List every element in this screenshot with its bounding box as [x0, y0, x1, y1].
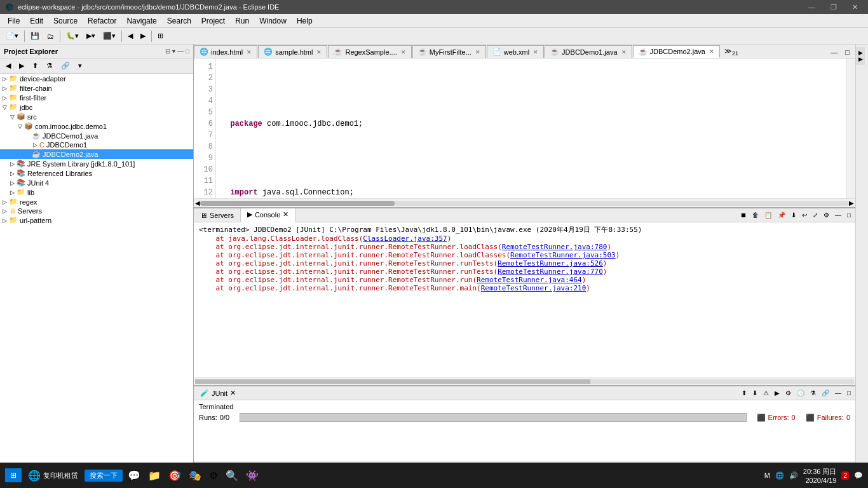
- tab-servers[interactable]: 🖥 Servers: [194, 208, 241, 222]
- junit-error-btn[interactable]: ⚠: [761, 389, 771, 397]
- console-link-rtr-780[interactable]: RemoteTestRunner.java:780: [502, 243, 607, 251]
- pe-up-btn[interactable]: ⬆: [29, 60, 41, 72]
- menu-refactor[interactable]: Refactor: [83, 15, 121, 27]
- console-link-classloader[interactable]: ClassLoader.java:357: [363, 234, 447, 243]
- pe-view-menu-btn[interactable]: ▾: [75, 60, 85, 72]
- console-link-rtr-210[interactable]: RemoteTestRunner.java:210: [481, 284, 587, 292]
- tab-junit[interactable]: 🧪 JUnit ✕: [194, 388, 242, 398]
- menu-edit[interactable]: Edit: [25, 15, 48, 27]
- console-expand-btn[interactable]: ⤢: [811, 211, 820, 219]
- menu-project[interactable]: Project: [196, 15, 230, 27]
- tab-close-regex-sample[interactable]: ✕: [401, 49, 406, 55]
- tab-close-my-first-filter[interactable]: ✕: [475, 49, 480, 55]
- toolbar-run[interactable]: ▶▾: [83, 30, 98, 42]
- junit-maximize-btn[interactable]: □: [845, 389, 853, 397]
- console-link-rtr-503[interactable]: RemoteTestRunner.java:503: [510, 251, 616, 259]
- console-h-scrollbar[interactable]: [194, 377, 855, 385]
- taskbar-app1[interactable]: 🎯: [166, 468, 184, 483]
- tree-item-filter-chain[interactable]: ▷ 📁 filter-chain: [0, 83, 193, 93]
- menu-navigate[interactable]: Navigate: [121, 15, 161, 27]
- right-strip-btn[interactable]: ▶▶: [856, 47, 865, 65]
- toolbar-fwd[interactable]: ▶: [137, 30, 149, 42]
- console-settings-btn[interactable]: ⚙: [822, 211, 831, 219]
- maximize-button[interactable]: ❐: [825, 3, 842, 11]
- toolbar-new[interactable]: 📄▾: [3, 30, 22, 42]
- editor-vertical-scrollbar[interactable]: [846, 58, 855, 198]
- junit-link-btn[interactable]: 🔗: [820, 389, 831, 397]
- junit-prev-btn[interactable]: ⬆: [740, 389, 749, 397]
- console-copy-btn[interactable]: 📋: [763, 211, 774, 219]
- tab-jdbcdemo2[interactable]: ☕ JDBCDemo2.java ✕: [633, 45, 720, 58]
- tree-item-device-adapter[interactable]: ▷ 📁 device-adapter: [0, 74, 193, 83]
- tree-item-jdbcdemo1-class[interactable]: ▷ C JDBCDemo1: [0, 140, 193, 149]
- pe-collapse-btn[interactable]: ⊟: [165, 48, 170, 55]
- console-pin-btn[interactable]: 📌: [776, 211, 787, 219]
- tab-close-index-html[interactable]: ✕: [247, 49, 252, 55]
- console-stop-btn[interactable]: ⏹: [738, 211, 749, 219]
- pe-minimize-btn[interactable]: —: [177, 48, 184, 55]
- console-wordwrap-btn[interactable]: ↩: [800, 211, 809, 219]
- taskbar-app3[interactable]: 👾: [243, 468, 261, 483]
- code-editor[interactable]: 1 2 3 4 5 6 7 8 9 10 11 12 13 14 15 16 1…: [194, 58, 855, 198]
- toolbar-perspective[interactable]: ⊞: [154, 30, 166, 42]
- tree-item-referenced-libraries[interactable]: ▷ 📚 Referenced Libraries: [0, 168, 193, 178]
- taskbar-explorer[interactable]: 📁: [146, 468, 163, 483]
- menu-file[interactable]: File: [3, 15, 25, 27]
- console-link-rtr-526[interactable]: RemoteTestRunner.java:526: [498, 259, 603, 268]
- tree-item-jdbcdemo2-java[interactable]: ☕ JDBCDemo2.java: [0, 149, 193, 159]
- tree-item-regex[interactable]: ▷ 📁 regex: [0, 197, 193, 207]
- tree-item-servers[interactable]: ▷ 🖥 Servers: [0, 207, 193, 215]
- tab-regex-sample[interactable]: ☕ RegexSample.... ✕: [328, 45, 411, 58]
- tree-item-package[interactable]: ▽ 📦 com.imooc.jdbc.demo1: [0, 121, 193, 131]
- editor-minimize-btn[interactable]: —: [827, 46, 841, 58]
- tree-item-junit4[interactable]: ▷ 📚 JUnit 4: [0, 178, 193, 187]
- taskbar-notification-badge[interactable]: 2: [841, 471, 849, 480]
- pe-maximize-btn[interactable]: □: [186, 48, 189, 55]
- junit-history-btn[interactable]: 🕒: [795, 389, 806, 397]
- start-button[interactable]: ⊞: [5, 468, 22, 482]
- tab-jdbcdemo1[interactable]: ☕ JDBCDemo1.java ✕: [545, 45, 632, 58]
- code-content-area[interactable]: package com.imooc.jdbc.demo1; import jav…: [216, 58, 846, 198]
- tree-item-url-pattern[interactable]: ▷ 📁 url-pattern: [0, 215, 193, 225]
- console-tab-close[interactable]: ✕: [283, 210, 288, 219]
- junit-tab-close[interactable]: ✕: [230, 389, 236, 397]
- menu-source[interactable]: Source: [48, 15, 83, 27]
- taskbar-app2[interactable]: 🎭: [186, 468, 204, 483]
- tree-item-jre[interactable]: ▷ 📚 JRE System Library [jdk1.8.0_101]: [0, 159, 193, 168]
- junit-next-btn[interactable]: ⬇: [750, 389, 759, 397]
- taskbar-settings[interactable]: ⚙: [207, 468, 220, 483]
- console-clear-btn[interactable]: 🗑: [750, 211, 761, 219]
- pe-back-btn[interactable]: ◀: [3, 60, 14, 72]
- tab-index-html[interactable]: 🌐 index.html ✕: [194, 45, 257, 58]
- pe-link-btn[interactable]: 🔗: [58, 60, 73, 72]
- pe-fwd-btn[interactable]: ▶: [16, 60, 27, 72]
- console-link-rtr-770[interactable]: RemoteTestRunner.java:770: [498, 268, 603, 276]
- taskbar-search2[interactable]: 🔍: [223, 468, 241, 483]
- minimize-button[interactable]: —: [803, 3, 820, 11]
- menu-help[interactable]: Help: [292, 15, 318, 27]
- toolbar-save-all[interactable]: 🗂: [44, 30, 57, 42]
- tab-close-jdbcdemo2[interactable]: ✕: [709, 48, 714, 55]
- tab-close-sample-html[interactable]: ✕: [316, 49, 322, 55]
- tab-overflow-btn[interactable]: ≫21: [721, 46, 742, 58]
- editor-horizontal-scrollbar[interactable]: ◀ ▶: [194, 198, 855, 207]
- junit-rerun-btn[interactable]: ▶: [773, 389, 782, 397]
- close-button[interactable]: ✕: [847, 3, 863, 11]
- menu-search[interactable]: Search: [162, 15, 196, 27]
- taskbar-wechat[interactable]: 💬: [125, 468, 143, 483]
- scroll-right-btn[interactable]: ▶: [849, 200, 854, 207]
- console-scroll-btn[interactable]: ⬇: [789, 211, 798, 219]
- tree-item-lib[interactable]: ▷ 📁 lib: [0, 187, 193, 197]
- junit-minimize-btn[interactable]: —: [833, 389, 843, 397]
- console-maximize-btn[interactable]: □: [845, 211, 853, 219]
- taskbar-action-center[interactable]: 💬: [854, 471, 863, 480]
- junit-filter-btn[interactable]: ⚗: [808, 389, 818, 397]
- console-minimize-btn[interactable]: —: [833, 211, 843, 219]
- console-scroll-track[interactable]: [195, 379, 854, 384]
- pe-filter-btn[interactable]: ⚗: [43, 60, 56, 72]
- menu-run[interactable]: Run: [230, 15, 254, 27]
- tree-item-src[interactable]: ▽ 📦 src: [0, 112, 193, 121]
- tab-console[interactable]: ▶ Console ✕: [241, 208, 295, 222]
- tab-close-jdbcdemo1[interactable]: ✕: [621, 49, 627, 55]
- editor-maximize-btn[interactable]: □: [842, 46, 853, 58]
